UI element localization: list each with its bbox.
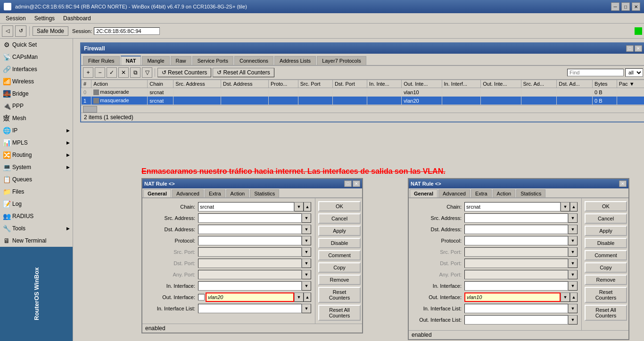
nat-right-tab-general[interactable]: General [410,189,438,197]
in-interface-dropdown[interactable]: ▼ [302,281,311,291]
table-row[interactable]: 0 masquerade srcnat vlan10 [82,88,644,97]
sidebar-item-new-terminal[interactable]: 🖥 New Terminal [0,235,73,247]
nat-left-tab-statistics[interactable]: Statistics [250,189,279,197]
out-interface-scroll[interactable]: ▲ [304,292,311,302]
src-port-input-left[interactable] [198,247,302,257]
dst-port-input-right[interactable] [464,259,568,268]
copy-button-right[interactable]: Copy [585,262,627,273]
menu-session[interactable]: Session [2,14,30,23]
sidebar-item-routing[interactable]: 🔀 Routing ▶ [0,149,73,161]
in-interface-input-right[interactable] [464,281,568,291]
reset-counters-button-left[interactable]: Reset Counters [318,287,361,303]
tab-raw[interactable]: Raw [171,56,191,65]
col-in-intl[interactable]: In. Interf... [442,80,481,88]
col-out-intl[interactable]: Out. Inte... [481,80,521,88]
col-pac[interactable]: Pac ▼ [617,80,644,88]
cancel-button-left[interactable]: Cancel [318,213,361,224]
ok-button-right[interactable]: OK [585,201,627,211]
dst-address-input-left[interactable] [198,225,302,234]
src-port-dropdown[interactable]: ▼ [302,247,311,257]
nat-right-tab-advanced[interactable]: Advanced [438,189,470,197]
nat-right-tab-statistics[interactable]: Statistics [516,189,545,197]
tab-service-ports[interactable]: Service Ports [192,56,233,65]
dst-port-input-left[interactable] [198,259,302,268]
nat-left-close-btn[interactable]: ✕ [353,180,360,187]
fw-close-btn[interactable]: ✕ [635,45,642,52]
sidebar-item-tools[interactable]: 🔧 Tools ▶ [0,222,73,235]
chain-input-right[interactable] [464,202,561,211]
find-input[interactable] [567,69,624,76]
comment-button-left[interactable]: Comment [318,250,361,260]
sidebar-item-queues[interactable]: 📋 Queues [0,173,73,186]
col-proto[interactable]: Proto... [268,80,298,88]
chain-dropdown-right[interactable]: ▼ [561,202,570,211]
table-row[interactable]: 1 masquerade srcnat vlan20 [82,97,644,105]
disable-button-right[interactable]: Disable [585,238,627,248]
col-bytes[interactable]: Bytes [593,80,617,88]
add-btn[interactable]: + [83,67,93,78]
comment-button-right[interactable]: Comment [585,250,627,260]
menu-settings[interactable]: Settings [31,14,58,23]
src-port-dropdown-right[interactable]: ▼ [568,247,578,257]
src-address-dropdown[interactable]: ▼ [302,213,311,223]
sidebar-item-ppp[interactable]: 🔌 PPP [0,100,73,112]
in-interface-list-dropdown-right[interactable]: ▼ [568,304,578,313]
nat-right-tab-extra[interactable]: Extra [471,189,492,197]
tab-nat[interactable]: NAT [121,56,141,65]
in-interface-list-input-right[interactable] [464,304,568,313]
nat-left-min-btn[interactable]: □ [344,180,352,187]
sidebar-item-quick-set[interactable]: ⚙ Quick Set [0,39,73,51]
sidebar-item-wireless[interactable]: 📶 Wireless [0,75,73,88]
sidebar-item-ip[interactable]: 🌐 IP ▶ [0,124,73,137]
tab-address-lists[interactable]: Address Lists [274,56,316,65]
col-src-address[interactable]: Src. Address [173,80,221,88]
nat-right-tab-action[interactable]: Action [493,189,516,197]
any-port-input-left[interactable] [198,270,302,279]
col-in-int[interactable]: In. Inte... [367,80,402,88]
col-dst-address[interactable]: Dst. Address [221,80,269,88]
chain-dropdown[interactable]: ▼ [294,202,304,211]
find-select[interactable]: all [625,68,643,77]
minimize-btn[interactable]: ─ [611,2,619,11]
protocol-dropdown-right[interactable]: ▼ [568,236,578,245]
scrollbar-thumb[interactable] [83,106,97,113]
safe-mode-button[interactable]: Safe Mode [33,26,68,36]
col-dst-port[interactable]: Dst. Port [332,80,367,88]
apply-button-right[interactable]: Apply [585,226,627,236]
in-interface-list-input-left[interactable] [198,304,302,313]
reset-counters-btn[interactable]: ↺ Reset Counters [157,68,211,77]
src-address-input-right[interactable] [464,213,568,223]
delete-btn[interactable]: ✕ [118,67,129,78]
col-out-int[interactable]: Out. Inte... [402,80,442,88]
col-num[interactable]: # [82,80,91,88]
src-port-input-right[interactable] [464,247,568,257]
col-src-ad[interactable]: Src. Ad... [521,80,557,88]
protocol-input-left[interactable] [198,236,302,245]
sidebar-item-capsman[interactable]: 📡 CAPsMan [0,51,73,63]
reset-all-counters-button-left[interactable]: Reset All Counters [318,305,361,321]
reset-all-counters-button-right[interactable]: Reset All Counters [585,305,627,321]
in-interface-dropdown-right[interactable]: ▼ [568,281,578,291]
src-address-input-left[interactable] [198,213,302,223]
horizontal-scrollbar[interactable] [81,105,644,113]
dst-address-input-right[interactable] [464,225,568,234]
out-interface-scroll-right[interactable]: ▲ [570,292,578,302]
sidebar-item-interfaces[interactable]: 🔗 Interfaces [0,63,73,75]
sidebar-item-log[interactable]: 📝 Log [0,198,73,210]
sidebar-item-files[interactable]: 📁 Files [0,186,73,198]
chain-scroll-up[interactable]: ▲ [304,202,311,211]
col-src-port[interactable]: Src. Port [298,80,332,88]
any-port-dropdown[interactable]: ▼ [302,270,311,279]
fw-minimize-btn[interactable]: □ [626,45,634,52]
out-interface-dropdown[interactable]: ▼ [294,292,304,302]
chain-input[interactable] [198,202,294,211]
filter-btn[interactable]: ▽ [142,67,152,78]
dst-address-dropdown-right[interactable]: ▼ [568,225,578,234]
col-chain[interactable]: Chain [148,80,173,88]
maximize-btn[interactable]: □ [621,2,630,11]
any-port-input-right[interactable] [464,270,568,279]
apply-button-left[interactable]: Apply [318,226,361,236]
protocol-dropdown[interactable]: ▼ [302,236,311,245]
nat-left-tab-extra[interactable]: Extra [205,189,225,197]
sidebar-item-system[interactable]: 💻 System ▶ [0,161,73,173]
